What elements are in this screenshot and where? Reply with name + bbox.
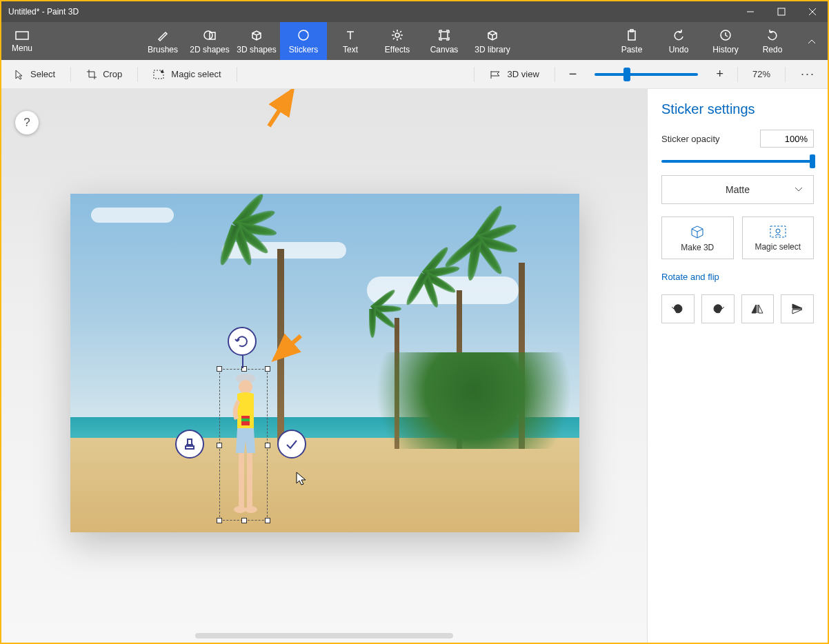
resize-handle-nw[interactable] xyxy=(217,366,222,372)
redo-label: Redo xyxy=(763,45,783,54)
library-icon xyxy=(486,28,499,42)
history-label: History xyxy=(712,45,738,54)
brush-icon xyxy=(156,28,170,42)
toolbar: Select Crop Magic select 3D view − + 72%… xyxy=(1,60,828,89)
chevron-up-icon xyxy=(807,38,817,45)
window-title: Untitled* - Paint 3D xyxy=(8,7,79,17)
selection-box[interactable] xyxy=(219,369,268,521)
undo-button[interactable]: Undo xyxy=(655,22,702,60)
check-icon xyxy=(284,436,299,452)
rotate-handle[interactable] xyxy=(228,327,257,356)
sticker-icon xyxy=(297,28,310,42)
svg-rect-4 xyxy=(16,32,28,39)
canvas[interactable] xyxy=(70,194,579,532)
tab-label: Effects xyxy=(385,45,410,54)
resize-handle-ne[interactable] xyxy=(265,366,270,372)
side-panel: Sticker settings Sticker opacity Matte M… xyxy=(647,89,828,643)
resize-handle-e[interactable] xyxy=(265,443,270,448)
crop-tool[interactable]: Crop xyxy=(81,66,128,83)
tab-label: Brushes xyxy=(148,45,178,54)
minimize-button[interactable] xyxy=(735,1,766,22)
tab-text[interactable]: Text xyxy=(327,22,374,60)
zoom-slider[interactable] xyxy=(595,73,698,76)
resize-handle-w[interactable] xyxy=(217,443,222,448)
opacity-input[interactable] xyxy=(760,130,814,148)
magic-select-button[interactable]: Magic select xyxy=(742,217,815,259)
chevron-down-icon xyxy=(794,186,803,193)
image-sand xyxy=(70,438,579,532)
svg-rect-25 xyxy=(770,226,786,237)
effects-icon xyxy=(390,28,404,42)
expand-ribbon-button[interactable] xyxy=(796,22,828,60)
opacity-label: Sticker opacity xyxy=(661,134,720,144)
zoom-thumb[interactable] xyxy=(623,68,630,81)
make-3d-button[interactable]: Make 3D xyxy=(661,217,734,259)
tab-3d-shapes[interactable]: 3D shapes xyxy=(233,22,280,60)
svg-point-8 xyxy=(395,33,399,37)
3d-view-toggle[interactable]: 3D view xyxy=(484,66,545,82)
tab-brushes[interactable]: Brushes xyxy=(139,22,186,60)
redo-button[interactable]: Redo xyxy=(749,22,796,60)
maximize-button[interactable] xyxy=(766,1,797,22)
flag-icon xyxy=(490,70,502,79)
ribbon: Menu Brushes 2D shapes 3D shapes Sticker… xyxy=(1,22,828,60)
magic-select-label: Magic select xyxy=(755,242,801,252)
text-icon xyxy=(343,28,357,42)
resize-handle-sw[interactable] xyxy=(217,518,222,523)
select-tool[interactable]: Select xyxy=(8,66,61,83)
cube-icon xyxy=(689,224,706,239)
rotate-ccw-button[interactable] xyxy=(661,294,695,323)
flip-horizontal-button[interactable] xyxy=(741,294,775,323)
svg-rect-1 xyxy=(778,8,785,15)
select-label: Select xyxy=(30,69,55,79)
svg-line-15 xyxy=(269,90,292,126)
material-dropdown[interactable]: Matte xyxy=(661,175,814,204)
paste-button[interactable]: Paste xyxy=(608,22,655,60)
make-3d-label: Make 3D xyxy=(681,243,714,252)
magic-select-icon xyxy=(769,225,787,239)
rotate-cw-button[interactable] xyxy=(701,294,735,323)
annotation-arrow-1 xyxy=(262,89,303,133)
opacity-slider[interactable] xyxy=(661,160,814,163)
canvas-area[interactable]: ? xyxy=(1,89,647,643)
commit-button[interactable] xyxy=(277,430,306,459)
zoom-percent: 72% xyxy=(748,69,775,79)
help-button[interactable]: ? xyxy=(15,111,39,134)
image-palm-cluster xyxy=(367,352,581,449)
resize-handle-se[interactable] xyxy=(265,518,270,523)
menu-button[interactable]: Menu xyxy=(1,22,43,60)
zoom-out-button[interactable]: − xyxy=(565,66,581,82)
resize-handle-s[interactable] xyxy=(241,518,247,523)
tab-label: 2D shapes xyxy=(190,45,229,54)
svg-rect-10 xyxy=(628,31,635,40)
stamp-button[interactable] xyxy=(175,430,204,459)
close-button[interactable] xyxy=(797,1,828,22)
history-button[interactable]: History xyxy=(702,22,749,60)
image-cloud xyxy=(91,208,174,223)
tab-stickers[interactable]: Stickers xyxy=(280,22,327,60)
tab-label: Canvas xyxy=(430,45,459,54)
magic-select-tool[interactable]: Magic select xyxy=(148,66,226,83)
flip-vertical-button[interactable] xyxy=(781,294,814,323)
rotate-stem xyxy=(242,356,243,368)
flip-v-icon xyxy=(791,303,803,315)
history-icon xyxy=(719,28,732,42)
rotate-icon xyxy=(234,334,250,349)
opacity-row: Sticker opacity xyxy=(661,130,814,148)
tab-2d-shapes[interactable]: 2D shapes xyxy=(186,22,233,60)
flip-h-icon xyxy=(750,303,764,314)
canvas-icon xyxy=(437,28,451,42)
horizontal-scrollbar[interactable] xyxy=(195,633,453,638)
tab-label: Stickers xyxy=(289,45,319,54)
pointer-icon xyxy=(14,69,25,80)
paste-label: Paste xyxy=(621,45,643,54)
zoom-in-button[interactable]: + xyxy=(712,67,728,81)
opacity-thumb[interactable] xyxy=(810,154,815,168)
tab-effects[interactable]: Effects xyxy=(374,22,421,60)
more-options-button[interactable]: ··· xyxy=(795,67,821,81)
tab-label: 3D library xyxy=(475,45,510,54)
svg-point-26 xyxy=(776,229,780,233)
crop-icon xyxy=(86,69,97,80)
tab-3d-library[interactable]: 3D library xyxy=(468,22,517,60)
tab-canvas[interactable]: Canvas xyxy=(421,22,468,60)
